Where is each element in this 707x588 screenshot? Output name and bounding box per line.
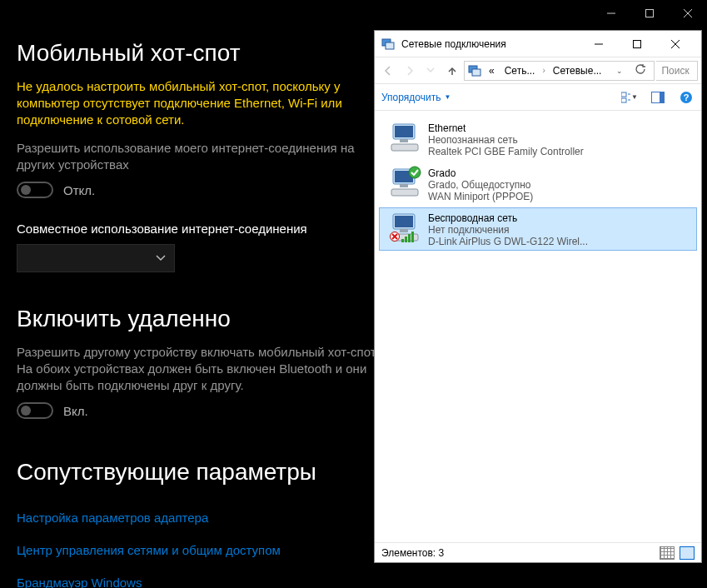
- address-bar[interactable]: « Сеть... › Сетевые... ⌄: [464, 61, 655, 81]
- connection-icon: [388, 211, 421, 244]
- connection-item[interactable]: Ethernet Неопознанная сеть Realtek PCI G…: [380, 117, 696, 161]
- back-button[interactable]: [378, 61, 398, 81]
- titlebar: Сетевые подключения: [375, 31, 701, 57]
- svg-rect-5: [386, 42, 394, 49]
- maximize-button[interactable]: [630, 0, 669, 27]
- svg-rect-28: [391, 189, 418, 196]
- breadcrumb-current[interactable]: Сетевые...: [550, 65, 605, 77]
- svg-rect-1: [646, 10, 654, 17]
- svg-rect-12: [472, 69, 480, 76]
- organize-menu[interactable]: Упорядочить ▼: [381, 92, 451, 103]
- navbar: « Сеть... › Сетевые... ⌄ Поиск: [375, 57, 701, 84]
- network-icon: [468, 64, 481, 77]
- item-count: Элементов: 3: [381, 547, 444, 559]
- view-options-button[interactable]: ▼: [621, 89, 638, 106]
- triangle-down-icon: ▼: [444, 93, 451, 101]
- win-minimize-button[interactable]: [580, 32, 618, 57]
- connection-name: Grado: [428, 167, 533, 179]
- connection-item[interactable]: Grado Grado, Общедоступно WAN Miniport (…: [380, 162, 696, 206]
- hotspot-toggle-label: Откл.: [63, 183, 95, 197]
- connection-status: Grado, Общедоступно: [428, 179, 533, 191]
- remote-description: Разрешить другому устройству включать мо…: [17, 344, 383, 394]
- svg-rect-38: [405, 237, 407, 242]
- toolbar: Упорядочить ▼ ▼ ?: [375, 84, 701, 111]
- svg-rect-14: [621, 98, 626, 102]
- win-close-button[interactable]: [656, 32, 695, 57]
- svg-rect-18: [660, 92, 664, 102]
- hotspot-toggle[interactable]: [17, 182, 53, 198]
- close-button[interactable]: [669, 0, 707, 27]
- svg-rect-40: [411, 232, 414, 242]
- svg-rect-13: [621, 92, 626, 97]
- up-button[interactable]: [442, 61, 462, 81]
- svg-rect-37: [401, 239, 404, 242]
- connection-icon: [388, 121, 421, 154]
- connection-device: WAN Miniport (PPPOE): [428, 191, 533, 202]
- svg-text:?: ?: [684, 92, 690, 102]
- window-title: Сетевые подключения: [401, 38, 580, 50]
- recent-button[interactable]: [421, 61, 441, 81]
- network-icon: [381, 37, 395, 51]
- svg-rect-7: [634, 40, 641, 47]
- details-view-button[interactable]: [660, 546, 675, 560]
- connection-item[interactable]: Беспроводная сеть Нет подключения D-Link…: [379, 207, 697, 251]
- connection-device: D-Link AirPlus G DWL-G122 Wirel...: [428, 236, 588, 247]
- svg-rect-27: [400, 184, 408, 187]
- warning-text: Не удалось настроить мобильный хот-спот,…: [17, 78, 366, 128]
- svg-rect-23: [400, 139, 408, 142]
- svg-rect-22: [395, 126, 413, 137]
- share-from-combo[interactable]: [17, 244, 175, 272]
- connection-device: Realtek PCI GBE Family Controller: [428, 146, 584, 157]
- breadcrumb-sep-icon: ›: [542, 66, 545, 75]
- network-connections-window: Сетевые подключения « Сеть... › Сетевые.…: [374, 30, 702, 563]
- help-button[interactable]: ?: [678, 89, 695, 106]
- statusbar: Элементов: 3: [375, 542, 701, 562]
- search-input[interactable]: Поиск: [656, 61, 698, 81]
- preview-pane-button[interactable]: [650, 89, 666, 106]
- svg-rect-39: [408, 234, 411, 242]
- refresh-button[interactable]: [630, 63, 650, 77]
- remote-toggle[interactable]: [17, 402, 53, 419]
- settings-window-controls: [592, 0, 707, 27]
- organize-label: Упорядочить: [381, 92, 441, 103]
- breadcrumb-root[interactable]: Сеть...: [502, 65, 538, 77]
- link-firewall[interactable]: Брандмауэр Windows: [17, 576, 690, 588]
- breadcrumb-lead[interactable]: «: [486, 65, 497, 77]
- connection-list: Ethernet Неопознанная сеть Realtek PCI G…: [375, 111, 701, 542]
- share-description: Разрешить использование моего интернет-с…: [17, 140, 383, 173]
- search-placeholder: Поиск: [661, 65, 689, 77]
- minimize-button[interactable]: [592, 0, 630, 27]
- connection-status: Неопознанная сеть: [428, 134, 584, 146]
- win-maximize-button[interactable]: [618, 32, 656, 57]
- chevron-down-icon: [156, 252, 166, 264]
- remote-toggle-label: Вкл.: [63, 404, 88, 418]
- connection-name: Беспроводная сеть: [428, 212, 588, 224]
- connection-status: Нет подключения: [428, 224, 588, 236]
- address-dropdown-icon[interactable]: ⌄: [614, 67, 625, 75]
- tiles-view-button[interactable]: [680, 546, 695, 560]
- svg-point-29: [409, 167, 421, 178]
- connection-name: Ethernet: [428, 122, 584, 134]
- connection-icon: [388, 166, 421, 199]
- svg-rect-24: [391, 144, 418, 151]
- forward-button[interactable]: [400, 61, 420, 81]
